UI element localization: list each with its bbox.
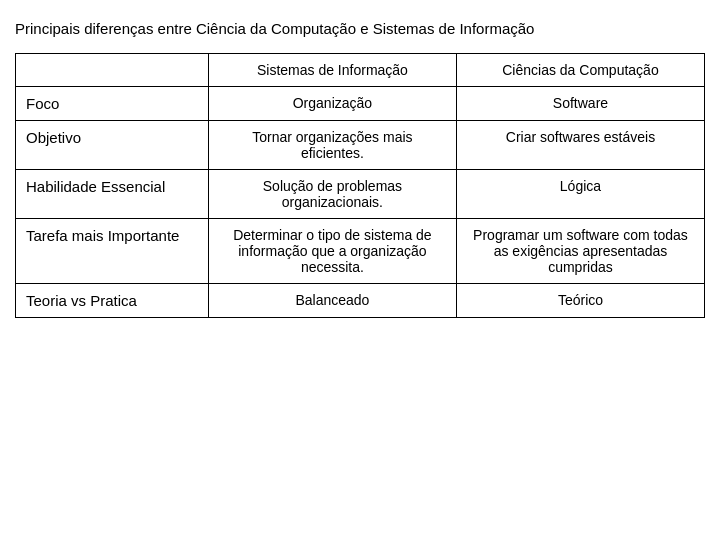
- row-col3-4: Teórico: [456, 284, 704, 318]
- row-col3-1: Criar softwares estáveis: [456, 121, 704, 170]
- header-col3: Ciências da Computação: [456, 54, 704, 87]
- row-col2-2: Solução de problemas organizacionais.: [208, 170, 456, 219]
- table-row: ObjetivoTornar organizações mais eficien…: [16, 121, 705, 170]
- comparison-table: Sistemas de Informação Ciências da Compu…: [15, 53, 705, 318]
- row-col3-3: Programar um software com todas as exigê…: [456, 219, 704, 284]
- row-col2-4: Balanceado: [208, 284, 456, 318]
- row-label-0: Foco: [16, 87, 209, 121]
- header-col2: Sistemas de Informação: [208, 54, 456, 87]
- row-col3-0: Software: [456, 87, 704, 121]
- table-row: FocoOrganizaçãoSoftware: [16, 87, 705, 121]
- row-col2-3: Determinar o tipo de sistema de informaç…: [208, 219, 456, 284]
- table-header-row: Sistemas de Informação Ciências da Compu…: [16, 54, 705, 87]
- header-col1: [16, 54, 209, 87]
- page-title: Principais diferenças entre Ciência da C…: [15, 20, 705, 37]
- row-label-4: Teoria vs Pratica: [16, 284, 209, 318]
- row-col3-2: Lógica: [456, 170, 704, 219]
- row-label-3: Tarefa mais Importante: [16, 219, 209, 284]
- table-row: Habilidade EssencialSolução de problemas…: [16, 170, 705, 219]
- row-label-1: Objetivo: [16, 121, 209, 170]
- row-col2-1: Tornar organizações mais eficientes.: [208, 121, 456, 170]
- table-row: Teoria vs PraticaBalanceadoTeórico: [16, 284, 705, 318]
- table-row: Tarefa mais ImportanteDeterminar o tipo …: [16, 219, 705, 284]
- row-label-2: Habilidade Essencial: [16, 170, 209, 219]
- row-col2-0: Organização: [208, 87, 456, 121]
